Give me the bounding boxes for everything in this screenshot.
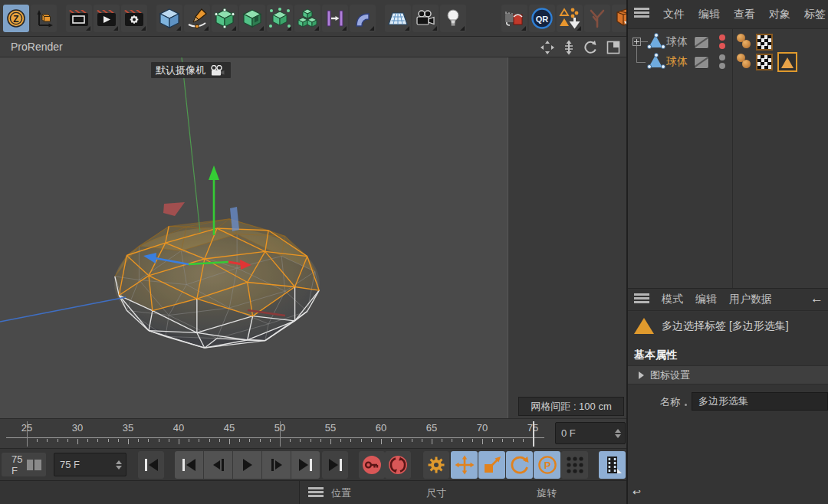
ruler-tick: [67, 439, 68, 442]
autokey-button[interactable]: [385, 451, 411, 479]
polygon-object-icon[interactable]: [649, 35, 662, 47]
keyframe-dot[interactable]: [685, 404, 687, 406]
render-view-button[interactable]: [66, 5, 92, 32]
viewport-dolly-icon[interactable]: [560, 39, 578, 55]
light-button[interactable]: [440, 5, 466, 32]
polygon-object-icon[interactable]: [649, 55, 662, 67]
object-label-selected[interactable]: 球体: [666, 55, 688, 69]
play-button[interactable]: [233, 451, 261, 479]
timeline-ruler[interactable]: 2530354045505560657075: [0, 419, 550, 449]
symmetry-button[interactable]: [322, 5, 348, 32]
camera-button[interactable]: [412, 5, 439, 32]
floor-icon: [387, 8, 409, 29]
plugin-render-export-button[interactable]: [501, 5, 527, 32]
goto-next-key-button[interactable]: [322, 451, 348, 479]
ruler-tick: [330, 439, 331, 444]
floor-button[interactable]: [385, 5, 411, 32]
goto-prev-key-button[interactable]: [138, 451, 164, 479]
current-frame-spinner[interactable]: [110, 460, 122, 470]
coordinate-menu-icon[interactable]: [308, 487, 324, 500]
ruler-tick: [290, 439, 291, 442]
ruler-tick: [159, 439, 159, 442]
ruler-tick: [108, 439, 109, 442]
om-menu-file[interactable]: 文件: [663, 8, 685, 21]
phong-tag-icon[interactable]: [736, 54, 751, 70]
om-menu-tag[interactable]: 标签: [804, 8, 826, 21]
ruler-tick: [209, 439, 210, 442]
frame-offset-spinner[interactable]: [610, 429, 621, 438]
viewport-pan-icon[interactable]: [538, 39, 557, 55]
prev-frame-button[interactable]: [204, 451, 232, 479]
om-menu-view[interactable]: 查看: [734, 8, 755, 21]
add-primitive-button[interactable]: [156, 5, 182, 32]
key-scale-toggle[interactable]: [478, 451, 505, 479]
viewport-rotate-icon[interactable]: [581, 39, 600, 55]
object-manager[interactable]: 球体 球体: [628, 29, 828, 288]
range-end-box[interactable]: 75 F: [2, 453, 46, 476]
subdivision-surface-button[interactable]: [212, 5, 238, 32]
camera-label[interactable]: 默认摄像机: [151, 62, 231, 78]
om-menu-edit[interactable]: 编辑: [698, 8, 720, 21]
goto-end-button[interactable]: [291, 451, 320, 479]
range-handle[interactable]: [27, 460, 34, 470]
generator-button[interactable]: [239, 5, 265, 32]
qr-plugin-button[interactable]: QR: [529, 5, 555, 32]
om-menu-object[interactable]: 对象: [769, 8, 790, 21]
key-position-toggle[interactable]: [451, 451, 478, 479]
render-settings-icon: [123, 8, 145, 29]
next-frame-button[interactable]: [262, 451, 291, 479]
ruler-tick: [412, 439, 412, 442]
history-back-icon[interactable]: ←: [810, 291, 823, 306]
spline-pen-button[interactable]: [184, 5, 210, 32]
render-settings-button[interactable]: [121, 5, 147, 32]
current-frame-field[interactable]: 75 F: [54, 453, 127, 476]
polygon-selection-tag-icon[interactable]: [777, 52, 797, 72]
basic-properties-header[interactable]: 基本属性: [634, 349, 677, 362]
key-rotation-toggle[interactable]: [506, 451, 533, 479]
ruler-tick: [239, 439, 240, 442]
expand-icon[interactable]: [632, 38, 641, 46]
modeling-button[interactable]: [267, 5, 293, 32]
key-pla-toggle[interactable]: [561, 451, 588, 479]
object-row-sphere-parent[interactable]: 球体: [628, 32, 828, 52]
am-menu-mode[interactable]: 模式: [662, 293, 683, 306]
object-manager-menu-icon[interactable]: [634, 8, 649, 21]
object-label[interactable]: 球体: [666, 35, 688, 49]
panel-corner-icon[interactable]: ↩: [632, 486, 641, 498]
svg-text:Z: Z: [13, 13, 18, 24]
attribute-manager-menu: 模式 编辑 用户数据: [628, 288, 828, 311]
render-picture-viewer-button[interactable]: [94, 5, 120, 32]
icon-settings-group[interactable]: 图标设置: [628, 365, 828, 385]
goz-button[interactable]: Z: [3, 5, 29, 32]
uvw-tag-icon[interactable]: [756, 34, 773, 51]
am-menu-edit[interactable]: 编辑: [695, 293, 717, 306]
tree-plugin-button[interactable]: [584, 5, 610, 32]
keying-settings-button[interactable]: [423, 451, 449, 479]
ruler-tick: [452, 439, 452, 442]
deformer-button[interactable]: [350, 5, 376, 32]
plugin-pack-button[interactable]: [557, 5, 583, 32]
ruler-tick-label: 35: [123, 422, 133, 434]
array-button[interactable]: [294, 5, 320, 32]
goto-start-button[interactable]: [175, 451, 203, 479]
am-menu-userdata[interactable]: 用户数据: [729, 293, 772, 306]
make-preview-button[interactable]: [599, 451, 626, 479]
layer-toggle[interactable]: [694, 36, 709, 49]
layer-toggle[interactable]: [694, 56, 709, 69]
viewport-maximize-icon[interactable]: [604, 39, 623, 55]
playhead[interactable]: [533, 421, 534, 447]
name-input[interactable]: 多边形选集: [692, 392, 828, 411]
coordinates-button[interactable]: [31, 5, 57, 32]
visibility-dots[interactable]: [719, 54, 725, 69]
phong-tag-icon[interactable]: [736, 34, 751, 51]
attribute-menu-icon[interactable]: [634, 293, 649, 306]
record-keyframe-button[interactable]: [359, 451, 385, 479]
key-parameter-toggle[interactable]: P: [534, 451, 560, 479]
visibility-dots[interactable]: [719, 34, 725, 49]
viewport[interactable]: 默认摄像机 网格间距 : 100 cm: [0, 57, 626, 418]
object-row-sphere-child[interactable]: 球体: [628, 52, 828, 72]
frame-offset-field[interactable]: 0 F: [555, 422, 626, 444]
uvw-tag-icon[interactable]: [756, 54, 773, 70]
range-handle[interactable]: [34, 460, 41, 470]
ruler-tick-label: 55: [325, 422, 336, 434]
